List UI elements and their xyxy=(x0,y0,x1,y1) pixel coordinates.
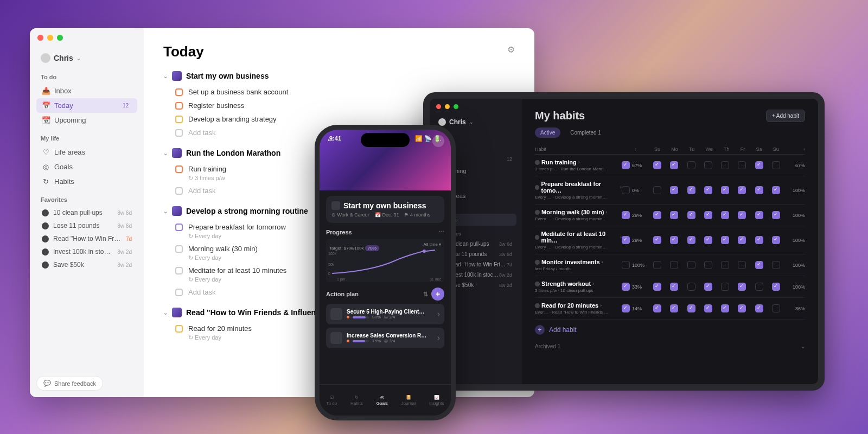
habit-checkbox[interactable] xyxy=(622,186,630,194)
nav-today[interactable]: 📅Today12 xyxy=(36,98,137,113)
habit-checkbox[interactable] xyxy=(687,283,695,291)
habit-checkbox[interactable] xyxy=(704,283,712,291)
checkbox[interactable] xyxy=(175,187,183,195)
habit-info[interactable]: Morning walk (30 min) ›Every … · Develop… xyxy=(535,209,622,221)
habit-checkbox[interactable] xyxy=(738,236,746,244)
habit-checkbox[interactable] xyxy=(622,236,630,244)
tab-journal[interactable]: 📔Journal xyxy=(401,395,416,406)
checkbox[interactable] xyxy=(175,325,183,333)
checkbox[interactable] xyxy=(175,102,183,110)
habit-checkbox[interactable] xyxy=(687,261,695,269)
habit-checkbox[interactable] xyxy=(721,283,729,291)
habit-checkbox[interactable] xyxy=(772,186,780,194)
checkbox[interactable] xyxy=(175,224,183,231)
habit-checkbox[interactable] xyxy=(687,304,695,312)
habit-checkbox[interactable] xyxy=(670,236,678,244)
habit-checkbox[interactable] xyxy=(772,304,780,312)
habit-info[interactable]: Meditate for at least 10 min… ›Every … ·… xyxy=(535,231,622,250)
habit-checkbox[interactable] xyxy=(653,186,661,194)
favorite-item[interactable]: Lose 11 pounds3w 6d xyxy=(36,219,137,232)
habit-checkbox[interactable] xyxy=(721,236,729,244)
back-button[interactable]: ← xyxy=(326,135,335,145)
nav-habits[interactable]: ↻Habits xyxy=(36,174,137,189)
habit-checkbox[interactable] xyxy=(772,161,780,169)
tab-active[interactable]: Active xyxy=(535,127,560,138)
habit-checkbox[interactable] xyxy=(687,186,695,194)
habit-checkbox[interactable] xyxy=(653,161,661,169)
action-plan-item[interactable]: Secure 5 High-Paying Client…80%◎ 3/4› xyxy=(326,304,444,324)
habit-checkbox[interactable] xyxy=(738,283,746,291)
nav-goals[interactable]: ◎Goals xyxy=(36,159,137,174)
habit-checkbox[interactable] xyxy=(721,161,729,169)
habit-checkbox[interactable] xyxy=(687,211,695,219)
habit-checkbox[interactable] xyxy=(755,211,763,219)
habit-checkbox[interactable] xyxy=(704,236,712,244)
tab-todo[interactable]: ☑To do xyxy=(327,395,337,406)
tab-completed[interactable]: Completed 1 xyxy=(565,127,607,138)
habit-checkbox[interactable] xyxy=(653,304,661,312)
habit-checkbox[interactable] xyxy=(622,261,630,269)
habit-checkbox[interactable] xyxy=(755,304,763,312)
habit-checkbox[interactable] xyxy=(653,283,661,291)
checkbox[interactable] xyxy=(175,88,183,96)
favorite-item[interactable]: 10 clean pull-ups3w 6d xyxy=(36,206,137,219)
favorite-item[interactable]: Read "How to Win Frien…7d xyxy=(36,232,137,245)
checkbox[interactable] xyxy=(175,129,183,137)
tab-insights[interactable]: 📈Insights xyxy=(429,395,444,406)
share-feedback-button[interactable]: 💬Share feedback xyxy=(36,376,103,391)
checkbox[interactable] xyxy=(175,245,183,253)
checkbox[interactable] xyxy=(175,289,183,296)
habit-checkbox[interactable] xyxy=(721,186,729,194)
favorite-item[interactable]: Save $50k8w 2d xyxy=(36,258,137,271)
habit-checkbox[interactable] xyxy=(755,161,763,169)
user-menu[interactable]: Chris ⌄ xyxy=(36,50,137,66)
habit-checkbox[interactable] xyxy=(687,161,695,169)
checkbox[interactable] xyxy=(175,267,183,275)
filter-icon[interactable]: ⚙ xyxy=(507,44,515,55)
add-habit-link[interactable]: +Add habit xyxy=(535,325,805,335)
goal-header[interactable]: ⌄Start my own business xyxy=(163,71,515,81)
habit-checkbox[interactable] xyxy=(755,186,763,194)
habit-info[interactable]: Monitor investments ›last Friday / month xyxy=(535,259,622,271)
habit-checkbox[interactable] xyxy=(738,211,746,219)
habit-checkbox[interactable] xyxy=(704,211,712,219)
habit-checkbox[interactable] xyxy=(653,211,661,219)
time-filter[interactable]: All time ▾ xyxy=(424,242,441,247)
habit-checkbox[interactable] xyxy=(704,186,712,194)
habit-checkbox[interactable] xyxy=(687,236,695,244)
habit-checkbox[interactable] xyxy=(622,161,630,169)
habit-checkbox[interactable] xyxy=(653,261,661,269)
habit-checkbox[interactable] xyxy=(738,304,746,312)
habit-checkbox[interactable] xyxy=(670,161,678,169)
habit-checkbox[interactable] xyxy=(738,186,746,194)
habit-checkbox[interactable] xyxy=(755,236,763,244)
habit-checkbox[interactable] xyxy=(721,304,729,312)
add-habit-button[interactable]: + Add habit xyxy=(766,110,805,122)
habit-checkbox[interactable] xyxy=(755,283,763,291)
habit-info[interactable]: Strength workout ›3 times p/w · 10 clean… xyxy=(535,280,622,293)
habit-checkbox[interactable] xyxy=(670,186,678,194)
checkbox[interactable] xyxy=(175,116,183,123)
habit-checkbox[interactable] xyxy=(772,283,780,291)
habit-checkbox[interactable] xyxy=(738,161,746,169)
habit-checkbox[interactable] xyxy=(622,211,630,219)
add-action-button[interactable]: + xyxy=(431,288,444,301)
habit-checkbox[interactable] xyxy=(772,211,780,219)
more-icon[interactable]: ⋯ xyxy=(438,228,444,235)
habit-checkbox[interactable] xyxy=(670,211,678,219)
habit-checkbox[interactable] xyxy=(704,304,712,312)
habit-info[interactable]: Read for 20 minutes ›Ever… · Read "How t… xyxy=(535,302,622,315)
nav-life-areas[interactable]: ♡Life areas xyxy=(36,145,137,159)
habit-checkbox[interactable] xyxy=(721,211,729,219)
habit-checkbox[interactable] xyxy=(670,261,678,269)
nav-inbox[interactable]: 📥Inbox xyxy=(36,84,137,98)
habit-checkbox[interactable] xyxy=(653,236,661,244)
tab-goals[interactable]: ◎Goals xyxy=(376,395,388,406)
habit-checkbox[interactable] xyxy=(670,283,678,291)
habit-checkbox[interactable] xyxy=(721,261,729,269)
habit-checkbox[interactable] xyxy=(670,304,678,312)
habit-checkbox[interactable] xyxy=(704,261,712,269)
favorite-item[interactable]: Invest 100k in stock …8w 2d xyxy=(36,245,137,258)
user-menu[interactable]: Chris⌄ xyxy=(435,116,516,128)
prev-week-icon[interactable]: ‹ xyxy=(635,146,636,152)
